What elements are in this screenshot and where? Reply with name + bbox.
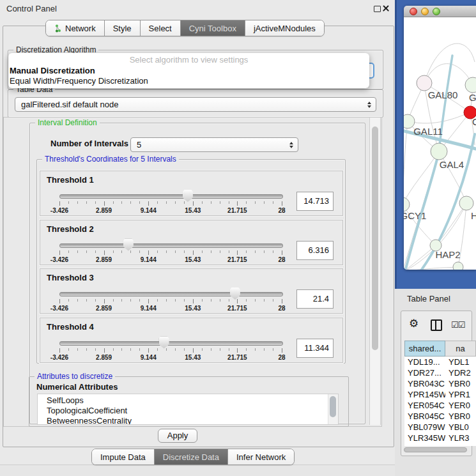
top-tab-bar: NetworkStyleSelectCyni ToolboxjActiveMNo… (45, 20, 325, 36)
tab-label: Infer Network (236, 452, 286, 462)
tick-mark (282, 299, 282, 303)
tab-select[interactable]: Select (141, 20, 181, 36)
list-scrollbar[interactable] (328, 394, 338, 424)
close-icon[interactable] (382, 4, 390, 12)
gear-icon[interactable]: ⚙ (409, 318, 418, 329)
network-node-gal4[interactable] (431, 143, 447, 160)
network-canvas[interactable]: GAL80GACGAL11GAL4GCY1HHAP2 (404, 17, 476, 270)
slider-thumb[interactable] (123, 239, 134, 251)
minimize-traffic-light-icon[interactable] (421, 8, 429, 15)
table-row[interactable]: YBR043CYBR0 (404, 378, 476, 389)
tab-discretize-data[interactable]: Discretize Data (155, 449, 228, 464)
float-window-icon[interactable] (374, 6, 381, 12)
threshold-value-field[interactable]: 6.316 (296, 241, 334, 260)
table-row[interactable]: YBL079WYBL0 (404, 422, 476, 433)
horizontal-scrollbar[interactable] (403, 447, 470, 453)
tick-mark (273, 299, 273, 302)
cell-name: YER0 (445, 400, 470, 411)
threshold-slider[interactable]: -3.4262.8599.14415.4321.71528 (59, 286, 282, 312)
network-node-gcy1[interactable] (404, 197, 410, 211)
attribute-item-betweennesscentrality[interactable]: BetweennessCentrality (38, 416, 338, 425)
numerical-attributes-list[interactable]: SelfLoopsTopologicalCoefficientBetweenne… (37, 394, 339, 425)
tick-mark (77, 348, 78, 351)
slider-track[interactable] (59, 243, 283, 248)
tick-mark (264, 201, 265, 204)
threshold-slider[interactable]: -3.4262.8599.14415.4321.71528 (59, 188, 282, 215)
table-row[interactable]: YBR045CYBR0 (404, 411, 476, 422)
column-header-shared-name[interactable]: shared... (404, 341, 445, 357)
tab-impute-data[interactable]: Impute Data (92, 449, 155, 464)
network-node-h[interactable] (459, 196, 473, 210)
table-body: YDL19...YDL1YDR27...YDR2YBR043CYBR0YPR14… (404, 357, 476, 446)
network-node-ga[interactable] (465, 77, 476, 93)
slider-track[interactable] (59, 194, 283, 199)
scrollbar-thumb[interactable] (372, 127, 378, 350)
network-window-titlebar[interactable] (404, 6, 476, 17)
tick-mark (139, 348, 140, 351)
vertical-scrollbar[interactable] (369, 118, 381, 425)
slider-thumb[interactable] (183, 190, 193, 202)
table-row[interactable]: YDL19...YDL1 (404, 357, 476, 367)
tab-label: jActiveMNodules (254, 24, 316, 33)
attribute-item-topologicalcoefficient[interactable]: TopologicalCoefficient (38, 406, 338, 416)
slider-track[interactable] (59, 341, 283, 346)
cell-shared-name: YIL052C (404, 443, 445, 446)
panel-title: Control Panel (6, 4, 57, 13)
network-icon (54, 24, 62, 33)
column-header-name[interactable]: na (445, 341, 476, 357)
tick-mark (273, 201, 273, 204)
slider-thumb[interactable] (230, 288, 240, 300)
tick-label: 28 (278, 354, 285, 361)
tick-label: 15.43 (185, 256, 201, 263)
number-of-intervals-label: Number of Intervals (50, 139, 128, 148)
attribute-item-selfloops[interactable]: SelfLoops (38, 395, 338, 406)
threshold-coordinates-group: Threshold's Coordinates for 5 Intervals … (36, 159, 346, 364)
table-row[interactable]: YPR145WYPR1 (404, 389, 476, 400)
tab-infer-network[interactable]: Infer Network (228, 449, 294, 464)
node-label: GAL11 (413, 126, 443, 137)
bottom-strip (0, 464, 395, 476)
tick-mark (95, 250, 96, 253)
algorithm-dropdown-popup: Select algorithm to view settings Manual… (8, 53, 369, 88)
table-row[interactable]: YIL052CYIL0 (404, 443, 476, 446)
tab-style[interactable]: Style (105, 20, 141, 36)
algorithm-option-manual-discretization[interactable]: Manual Discretization (8, 66, 369, 76)
threshold-value-field[interactable]: 11.344 (296, 339, 334, 358)
slider-track[interactable] (59, 292, 283, 296)
slider-thumb[interactable] (159, 337, 169, 349)
tick-mark (104, 348, 105, 353)
scrollbar-thumb[interactable] (404, 447, 467, 452)
network-window[interactable]: GAL80GACGAL11GAL4GCY1HHAP2 (404, 6, 476, 270)
zoom-traffic-light-icon[interactable] (433, 8, 440, 15)
network-node[interactable] (453, 262, 463, 270)
algorithm-option-equal-width-frequency-discretization[interactable]: Equal Width/Frequency Discretization (8, 76, 369, 86)
number-of-intervals-select[interactable]: 5 (130, 137, 298, 152)
table-row[interactable]: YER054CYER0 (404, 400, 476, 411)
checkbox-icons[interactable]: ☑☑ (451, 320, 464, 330)
tick-mark (148, 348, 149, 353)
tab-jactivemnodules[interactable]: jActiveMNodules (245, 20, 324, 36)
table-header-row: shared... na (404, 341, 476, 357)
cell-name: YDR2 (445, 367, 471, 378)
network-node-gal80[interactable] (417, 75, 432, 91)
threshold-coordinates-title: Threshold's Coordinates for 5 Intervals (42, 155, 179, 164)
threshold-slider[interactable]: -3.4262.8599.14415.4321.71528 (59, 335, 282, 362)
table-data-select[interactable]: galFiltered.sif default node (15, 97, 376, 112)
threshold-slider[interactable]: -3.4262.8599.14415.4321.71528 (59, 237, 282, 264)
tick-mark (246, 348, 247, 351)
close-traffic-light-icon[interactable] (410, 8, 417, 15)
table-row[interactable]: YLR345WYLR3 (404, 433, 476, 443)
threshold-value-field[interactable]: 14.713 (296, 192, 334, 211)
tick-mark (202, 299, 203, 302)
threshold-value-field[interactable]: 21.4 (296, 289, 334, 309)
table-row[interactable]: YDR27...YDR2 (404, 367, 476, 378)
tick-label: 21.715 (227, 354, 247, 361)
column-view-icon[interactable] (431, 319, 442, 331)
threshold-label: Threshold 2 (47, 224, 94, 234)
tab-network[interactable]: Network (46, 20, 105, 36)
scrollbar-thumb[interactable] (330, 396, 336, 417)
tick-label: 9.144 (141, 305, 157, 312)
apply-button[interactable]: Apply (158, 429, 197, 443)
tab-cyni-toolbox[interactable]: Cyni Toolbox (181, 20, 245, 36)
tick-mark (104, 250, 105, 255)
